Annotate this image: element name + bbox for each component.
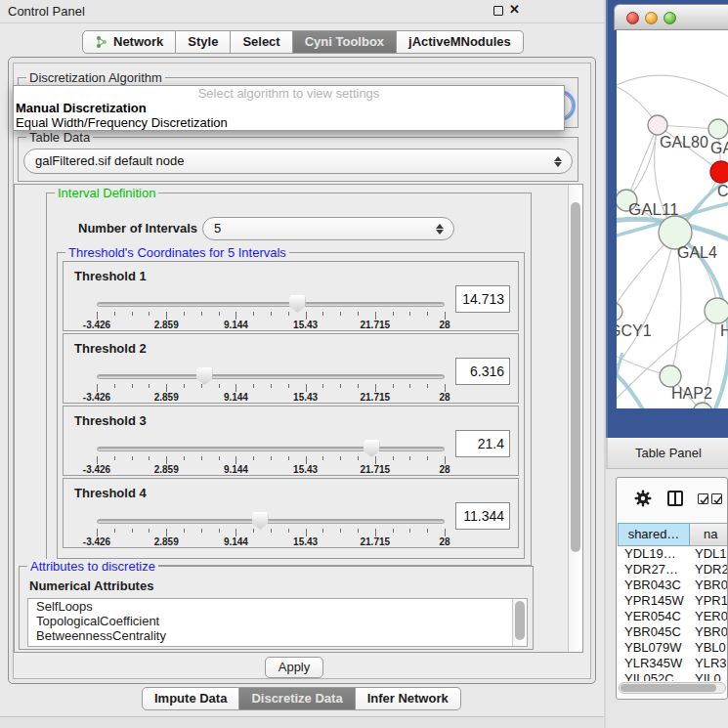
slider[interactable]: -3.4262.8599.14415.4321.71528: [97, 516, 445, 545]
scale-label: 9.144: [224, 536, 248, 547]
table-data-combobox[interactable]: galFiltered.sif default node: [23, 149, 573, 174]
slider-track[interactable]: [97, 519, 445, 524]
table-row[interactable]: YDR27…YDR2: [618, 562, 728, 578]
vertical-scrollbar[interactable]: [568, 185, 582, 652]
tab-impute-data[interactable]: Impute Data: [142, 687, 239, 710]
split-column-icon[interactable]: [667, 491, 683, 506]
scale-label: 9.144: [224, 392, 248, 403]
tick-mark: [409, 529, 410, 533]
scrollbar-thumb[interactable]: [621, 684, 716, 692]
apply-button[interactable]: Apply: [265, 657, 323, 678]
slider[interactable]: -3.4262.8599.14415.4321.71528: [97, 299, 445, 328]
column-header[interactable]: shared…: [618, 523, 690, 546]
table-row[interactable]: YBR043CYBR0: [618, 578, 728, 593]
dropdown-item[interactable]: Manual Discretization: [14, 101, 564, 115]
network-node[interactable]: [708, 119, 728, 139]
tick-mark: [236, 529, 236, 536]
gear-icon[interactable]: [634, 490, 652, 507]
slider-track[interactable]: [97, 302, 445, 307]
slider-thumb[interactable]: [196, 367, 213, 385]
threshold-panel: Threshold 3-3.4262.8599.14415.4321.71528…: [63, 406, 519, 476]
network-window-titlebar[interactable]: [614, 4, 728, 30]
float-window-icon[interactable]: [493, 6, 503, 16]
table-row[interactable]: YBR045CYBR0: [618, 624, 728, 640]
slider-track[interactable]: [97, 374, 445, 379]
slider[interactable]: -3.4262.8599.14415.4321.71528: [97, 371, 445, 401]
list-item[interactable]: TopologicalCoefficient: [28, 614, 527, 628]
threshold-value-field[interactable]: 6.316: [455, 358, 510, 385]
tab-infer-network[interactable]: Infer Network: [356, 687, 461, 710]
network-canvas[interactable]: GAL80GACGAL11GAL4GCY1HHAP2: [617, 30, 728, 408]
cell-shared-name: YLR345W: [618, 656, 690, 671]
tick-mark: [184, 384, 185, 388]
close-icon[interactable]: ✕: [509, 3, 520, 17]
network-node-selected[interactable]: [710, 161, 728, 183]
zoom-traffic-light-icon[interactable]: [664, 12, 676, 24]
column-header[interactable]: na: [690, 523, 728, 546]
group-title: Interval Definition: [55, 186, 158, 200]
horizontal-scrollbar[interactable]: [619, 682, 726, 694]
tick-mark: [236, 456, 236, 464]
scale-label: 21.715: [361, 536, 391, 547]
slider[interactable]: -3.4262.8599.14415.4321.71528: [97, 444, 445, 473]
tick-mark: [219, 456, 220, 460]
tick-mark: [219, 529, 220, 533]
tab-discretize-data[interactable]: Discretize Data: [239, 687, 355, 710]
tick-mark: [322, 312, 323, 316]
tick-mark: [166, 384, 167, 392]
number-of-intervals-combobox[interactable]: 5: [202, 217, 454, 240]
slider-thumb[interactable]: [364, 440, 380, 457]
checkbox-icon[interactable]: [711, 493, 722, 504]
table-row[interactable]: YBL079WYBL0: [618, 640, 728, 656]
cell-name: YPR1: [690, 593, 728, 609]
numerical-attributes-list[interactable]: SelfLoopsTopologicalCoefficientBetweenne…: [27, 598, 528, 647]
threshold-value-field[interactable]: 14.713: [455, 285, 510, 313]
dropdown-item[interactable]: Equal Width/Frequency Discretization: [14, 115, 564, 130]
slider-track[interactable]: [97, 447, 445, 451]
node-label: GAL4: [677, 244, 717, 261]
network-node[interactable]: [648, 115, 667, 135]
tab-select[interactable]: Select: [231, 30, 292, 54]
slider-thumb[interactable]: [289, 295, 306, 313]
tab-style[interactable]: Style: [176, 30, 231, 54]
threshold-value-field[interactable]: 21.4: [455, 430, 510, 457]
tab-label: Network: [113, 31, 163, 53]
tick-mark: [375, 384, 376, 392]
tick-mark: [358, 312, 359, 316]
network-node[interactable]: [705, 298, 728, 323]
tab-cyni-toolbox[interactable]: Cyni Toolbox: [293, 30, 397, 54]
tick-mark: [306, 384, 307, 392]
network-view-window[interactable]: GAL80GACGAL11GAL4GCY1HHAP2: [614, 4, 728, 408]
tick-mark: [219, 384, 220, 388]
table-row[interactable]: YER054CYER0: [618, 609, 728, 624]
table-header-row: shared…na: [618, 523, 728, 546]
checkbox-icon[interactable]: [698, 493, 708, 504]
number-of-intervals-label: Number of Intervals: [78, 221, 197, 236]
close-traffic-light-icon[interactable]: [626, 12, 639, 24]
group-title: Table Data: [26, 130, 93, 145]
table-row[interactable]: YDL19…YDL1: [618, 546, 728, 562]
network-node[interactable]: [693, 403, 712, 408]
list-item[interactable]: SelfLoops: [28, 599, 527, 614]
tick-mark: [114, 384, 115, 388]
tick-mark: [340, 312, 341, 316]
threshold-panel: Threshold 2-3.4262.8599.14415.4321.71528…: [63, 333, 519, 404]
table-row[interactable]: YIL052CYIL0: [618, 671, 728, 681]
threshold-value-field[interactable]: 11.344: [455, 502, 510, 530]
table-row[interactable]: YPR145WYPR1: [618, 593, 728, 609]
tab-jactivemnodules[interactable]: jActiveMNodules: [397, 30, 524, 54]
minimize-traffic-light-icon[interactable]: [645, 12, 658, 24]
tab-network[interactable]: Network: [82, 30, 176, 54]
network-node[interactable]: [660, 365, 681, 387]
list-scrollbar[interactable]: [512, 599, 527, 646]
list-item[interactable]: BetweennessCentrality: [28, 628, 527, 643]
tick-mark: [166, 529, 167, 536]
network-node[interactable]: [617, 303, 622, 321]
tick-mark: [149, 529, 150, 533]
cell-shared-name: YDR27…: [618, 562, 690, 578]
slider-thumb[interactable]: [252, 512, 269, 530]
tab-label: Infer Network: [367, 688, 449, 709]
tab-label: Impute Data: [154, 688, 227, 709]
table-row[interactable]: YLR345WYLR3: [618, 656, 728, 671]
group-title: Attributes to discretize: [27, 559, 158, 574]
